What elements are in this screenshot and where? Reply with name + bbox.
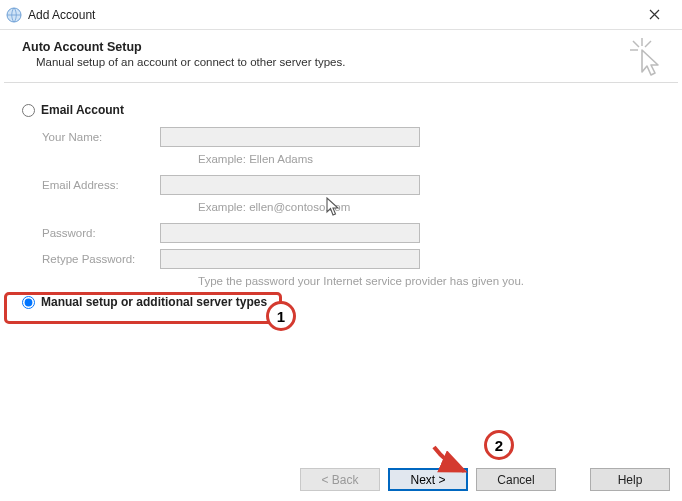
title-bar: Add Account (0, 0, 682, 30)
radio-manual-setup-input[interactable] (22, 296, 35, 309)
password-field (160, 223, 420, 243)
page-heading: Auto Account Setup (22, 40, 345, 54)
retype-password-label: Retype Password: (42, 253, 160, 265)
email-label: Email Address: (42, 179, 160, 191)
annotation-callout-2: 2 (484, 430, 514, 460)
radio-email-account[interactable]: Email Account (22, 103, 678, 117)
your-name-hint: Example: Ellen Adams (198, 153, 678, 165)
close-icon (649, 9, 660, 20)
svg-line-4 (645, 41, 651, 47)
email-form: Your Name: Example: Ellen Adams Email Ad… (42, 127, 678, 287)
radio-email-account-input[interactable] (22, 104, 35, 117)
page-subtitle: Manual setup of an account or connect to… (36, 56, 345, 68)
header-band: Auto Account Setup Manual setup of an ac… (0, 30, 682, 82)
radio-manual-setup[interactable]: Manual setup or additional server types (22, 295, 678, 309)
cancel-button[interactable]: Cancel (476, 468, 556, 491)
password-label: Password: (42, 227, 160, 239)
app-icon (6, 7, 22, 23)
annotation-callout-1: 1 (266, 301, 296, 331)
svg-line-3 (633, 41, 639, 47)
email-hint: Example: ellen@contoso.com (198, 201, 678, 213)
radio-manual-setup-label: Manual setup or additional server types (41, 295, 267, 309)
cursor-icon (326, 197, 342, 219)
wizard-cursor-icon (630, 38, 664, 81)
footer-buttons: < Back Next > Cancel Help (300, 468, 670, 491)
window-title: Add Account (28, 8, 634, 22)
annotation-arrow (428, 443, 478, 479)
close-button[interactable] (634, 1, 674, 29)
retype-password-field (160, 249, 420, 269)
radio-email-account-label: Email Account (41, 103, 124, 117)
your-name-field (160, 127, 420, 147)
password-hint: Type the password your Internet service … (198, 275, 678, 287)
content-area: Email Account Your Name: Example: Ellen … (0, 83, 682, 309)
email-field (160, 175, 420, 195)
back-button: < Back (300, 468, 380, 491)
your-name-label: Your Name: (42, 131, 160, 143)
help-button[interactable]: Help (590, 468, 670, 491)
